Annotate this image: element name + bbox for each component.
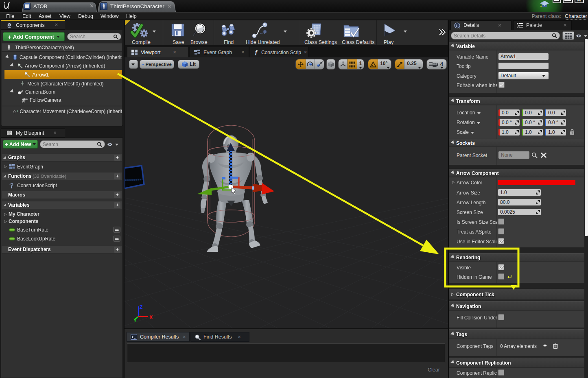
svg-text:Y: Y: [133, 318, 137, 323]
svg-text:Z: Z: [140, 304, 142, 310]
svg-text:i: i: [456, 23, 457, 28]
svg-text:X: X: [149, 315, 153, 320]
